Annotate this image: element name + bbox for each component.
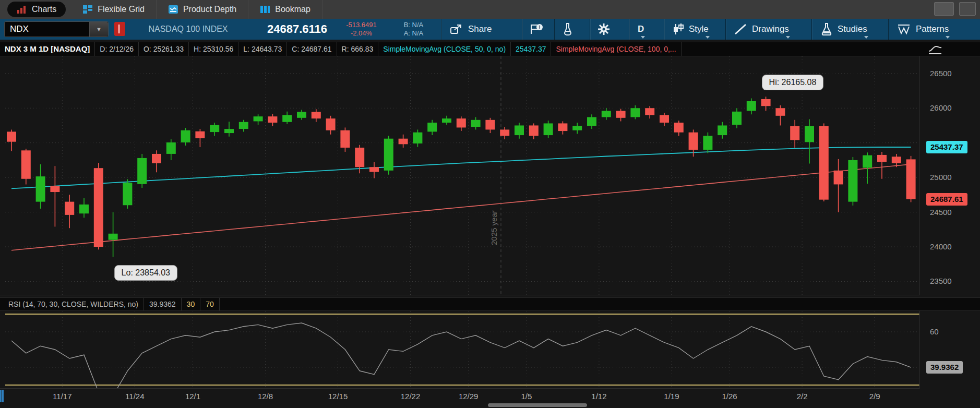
- bookmap-icon: [260, 5, 270, 14]
- date-tick: 11/17: [53, 392, 71, 401]
- date-tick: 2/2: [797, 392, 808, 401]
- timeframe-button[interactable]: D: [638, 19, 644, 40]
- ohlc-range: R: 666.83: [337, 42, 379, 56]
- trendline-icon: [734, 23, 747, 35]
- date-tick: 12/8: [258, 392, 273, 401]
- rsi-high-level: 70: [200, 298, 220, 310]
- date-axis[interactable]: 11/1711/2412/112/812/1512/2212/291/51/12…: [0, 389, 980, 404]
- flag-icon[interactable]: [114, 22, 125, 36]
- ask-value: A: N/A: [404, 29, 424, 38]
- chevron-down-icon: [946, 36, 950, 39]
- chevron-down-icon: [641, 36, 645, 39]
- main-price-chart[interactable]: 2650026000250002450024000235002025 year: [0, 56, 980, 295]
- candlestick-icon: [673, 23, 684, 35]
- tab-product-depth[interactable]: Product Depth: [157, 0, 248, 19]
- horizontal-scrollbar[interactable]: [488, 403, 587, 407]
- analyze-button[interactable]: [561, 19, 574, 40]
- low-annotation: Lo: 23854.03: [114, 265, 177, 281]
- chevron-down-icon: [864, 36, 868, 39]
- time-grid: [62, 56, 875, 295]
- svg-text:i: i: [539, 25, 541, 30]
- drawings-label: Drawings: [752, 24, 789, 34]
- date-tick: 1/5: [521, 392, 532, 401]
- last-price: 24687.6116: [236, 19, 327, 40]
- ohlc-date: D: 2/12/26: [95, 42, 139, 56]
- grid-icon: [82, 5, 93, 14]
- tab-charts[interactable]: Charts: [7, 2, 66, 17]
- rsi-study-label[interactable]: RSI (14, 70, 30, CLOSE, WILDERS, no): [0, 298, 144, 310]
- bid-ask: B: N/A A: N/A: [394, 19, 433, 40]
- date-tick: 2/9: [869, 392, 880, 401]
- change-value: -513.6491: [346, 21, 377, 29]
- chart-header-strip: NDX 3 M 1D [NASDAQ] D: 2/12/26 O: 25261.…: [0, 42, 980, 56]
- symbol-select[interactable]: NDX ▼: [4, 21, 109, 37]
- svg-text:26500: 26500: [930, 69, 952, 78]
- timeframe-value: D: [638, 24, 644, 34]
- rsi-header-strip: RSI (14, 70, 30, CLOSE, WILDERS, no) 39.…: [0, 297, 980, 311]
- gear-icon: [597, 22, 611, 36]
- share-icon: [450, 23, 463, 35]
- trading-platform-window: Charts Flexible Grid Product Depth Bookm…: [0, 0, 980, 408]
- share-button[interactable]: Share: [450, 19, 492, 40]
- ohlc-open: O: 25261.33: [139, 42, 189, 56]
- tab-flexible-grid[interactable]: Flexible Grid: [71, 0, 157, 19]
- date-tick: 11/24: [125, 392, 144, 401]
- sma50-study-value: 25437.37: [511, 42, 551, 56]
- date-tick: 1/26: [722, 392, 737, 401]
- date-tick: 12/22: [401, 392, 421, 401]
- pattern-w-icon: [897, 23, 911, 35]
- svg-text:60: 60: [930, 327, 939, 336]
- svg-text:24500: 24500: [930, 208, 952, 217]
- sma50-study-label[interactable]: SimpleMovingAvg (CLOSE, 50, 0, no): [378, 42, 511, 56]
- tab-label: Product Depth: [183, 5, 236, 14]
- news-flag-button[interactable]: i: [529, 19, 544, 40]
- flag-info-icon: i: [529, 23, 544, 35]
- ohlc-close: C: 24687.61: [287, 42, 337, 56]
- rsi-study-chart[interactable]: 60: [0, 311, 980, 389]
- ohlc-low: L: 24643.73: [238, 42, 287, 56]
- rsi-low-level: 30: [182, 298, 201, 310]
- svg-text:24000: 24000: [930, 242, 952, 251]
- window-control[interactable]: [959, 2, 976, 16]
- patterns-button[interactable]: Patterns: [897, 19, 949, 40]
- window-control[interactable]: [934, 2, 954, 16]
- chevron-down-icon: [786, 36, 790, 39]
- date-tick: 1/19: [664, 392, 679, 401]
- studies-label: Studies: [838, 24, 867, 34]
- last-price-axis-tag: 24687.61: [926, 193, 967, 206]
- price-grid: 265002600025000245002400023500: [5, 69, 952, 286]
- sma50-axis-tag: 25437.37: [926, 141, 967, 153]
- chevron-down-icon[interactable]: ▼: [89, 22, 108, 37]
- tab-bookmap[interactable]: Bookmap: [248, 0, 322, 19]
- date-tick: 12/29: [459, 392, 479, 401]
- svg-text:23500: 23500: [930, 277, 952, 285]
- svg-text:25000: 25000: [930, 173, 952, 182]
- tab-label: Bookmap: [275, 5, 310, 14]
- ohlc-high: H: 25310.56: [189, 42, 238, 56]
- settings-button[interactable]: [597, 19, 611, 40]
- workspace-tab-bar: Charts Flexible Grid Product Depth Bookm…: [0, 0, 980, 19]
- tab-label: Flexible Grid: [98, 5, 145, 14]
- bid-value: B: N/A: [404, 21, 424, 29]
- chart-curve-icon[interactable]: [928, 45, 942, 55]
- rsi-axis-tag: 39.9362: [926, 361, 963, 374]
- rsi-line: [11, 323, 911, 389]
- test-tube-icon: [561, 22, 574, 36]
- svg-text:26000: 26000: [930, 103, 952, 112]
- bar-chart-icon: [17, 5, 27, 14]
- studies-button[interactable]: Studies: [820, 19, 867, 40]
- index-name: NASDAQ 100 INDEX: [137, 19, 239, 40]
- patterns-label: Patterns: [916, 24, 949, 34]
- share-label: Share: [468, 24, 492, 34]
- high-annotation: Hi: 26165.08: [762, 75, 824, 90]
- rsi-study-value: 39.9362: [144, 298, 182, 310]
- chart-panel: NDX 3 M 1D [NASDAQ] D: 2/12/26 O: 25261.…: [0, 40, 980, 408]
- chart-symbol-info: NDX 3 M 1D [NASDAQ]: [0, 42, 95, 56]
- date-tick: 12/15: [328, 392, 348, 401]
- change-percent: -2.04%: [351, 29, 372, 38]
- drawings-button[interactable]: Drawings: [734, 19, 789, 40]
- style-button[interactable]: Style: [673, 19, 709, 40]
- date-tick: 12/1: [185, 392, 200, 401]
- sma100-study-label[interactable]: SimpleMovingAvg (CLOSE, 100, 0,...: [551, 42, 681, 56]
- flask-icon: [820, 22, 833, 36]
